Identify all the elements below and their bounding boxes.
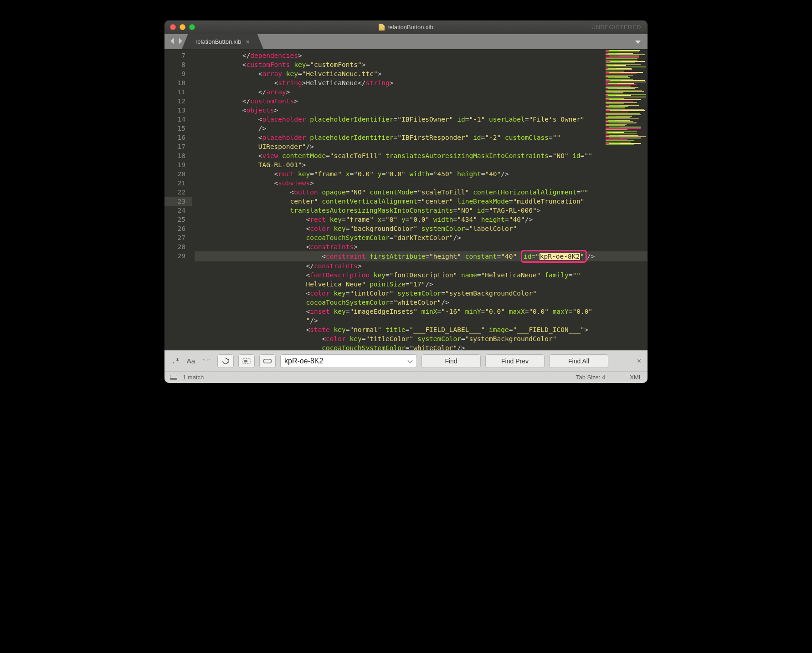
svg-rect-2 [227, 362, 229, 362]
status-bar: 1 match Tab Size: 4 XML [164, 371, 648, 383]
find-input-value: kpR-oe-8K2 [284, 357, 323, 365]
find-regex-toggle[interactable]: .* [169, 355, 182, 367]
titlebar: relationButton.xib UNREGISTERED [164, 20, 648, 34]
tab-overflow-button[interactable] [635, 34, 648, 49]
line-gutter: 7891011121314151617181920212223242526272… [164, 50, 192, 350]
svg-rect-0 [227, 359, 229, 360]
find-highlight-toggle[interactable] [259, 354, 276, 368]
svg-rect-5 [264, 359, 271, 362]
find-bar: .* Aa “ ” kpR-oe-8K2 Find Find Prev Fin [164, 350, 648, 371]
tab-close-button[interactable]: × [246, 38, 249, 46]
find-close-button[interactable]: × [635, 357, 643, 365]
match-count: 1 match [183, 374, 204, 381]
find-in-selection-toggle[interactable] [238, 354, 255, 368]
find-input[interactable]: kpR-oe-8K2 [280, 354, 417, 368]
code-editor[interactable]: 7891011121314151617181920212223242526272… [164, 50, 648, 350]
code-area[interactable]: </dependencies> <customFonts key="custom… [192, 50, 648, 350]
editor-window: relationButton.xib UNREGISTERED relation… [164, 20, 648, 383]
svg-rect-4 [244, 360, 247, 362]
nav-back-button[interactable] [170, 37, 175, 46]
tab-size-button[interactable]: Tab Size: 4 [576, 374, 605, 381]
tab-label: relationButton.xib [195, 38, 241, 45]
find-next-button[interactable]: Find [421, 354, 481, 368]
tab-bar: relationButton.xib × [164, 34, 648, 50]
find-all-button[interactable]: Find All [549, 354, 608, 368]
tab-relationbutton[interactable]: relationButton.xib × [188, 34, 257, 49]
panel-toggle-button[interactable] [170, 375, 177, 380]
nav-forward-button[interactable] [177, 37, 183, 46]
find-wholeword-toggle[interactable]: “ ” [200, 355, 213, 367]
unregistered-label: UNREGISTERED [591, 24, 641, 31]
find-case-toggle[interactable]: Aa [185, 355, 197, 367]
window-title-text: relationButton.xib [387, 24, 433, 31]
find-wrap-toggle[interactable] [217, 354, 234, 368]
find-prev-button[interactable]: Find Prev [485, 354, 545, 368]
window-title: relationButton.xib [164, 24, 648, 31]
file-icon [379, 24, 385, 31]
find-history-dropdown[interactable] [407, 357, 413, 365]
svg-rect-1 [227, 361, 229, 361]
syntax-button[interactable]: XML [630, 374, 642, 381]
